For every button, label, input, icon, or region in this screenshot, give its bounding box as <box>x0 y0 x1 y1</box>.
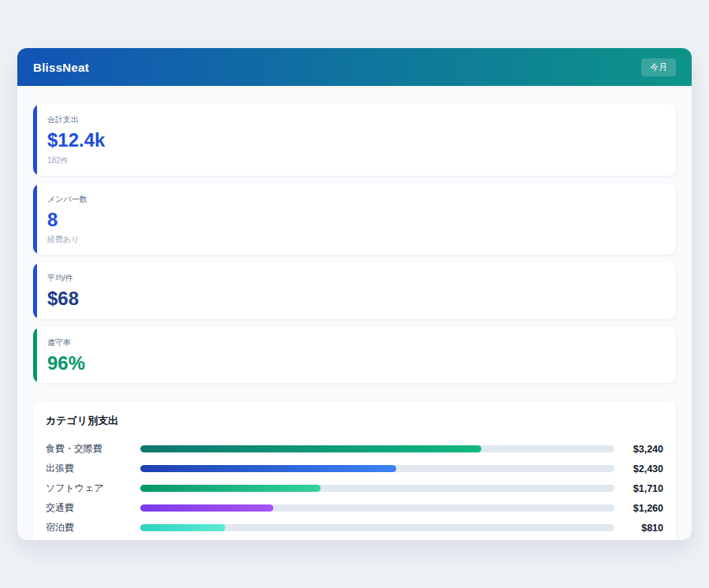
stat-accent-bar <box>33 104 37 176</box>
stat-value: $68 <box>47 288 662 310</box>
category-value: $2,430 <box>614 463 663 474</box>
stat-value: 96% <box>47 352 662 374</box>
stat-value: 8 <box>47 209 662 231</box>
category-row: ソフトウェア $1,710 <box>46 478 663 498</box>
category-value: $810 <box>614 523 663 534</box>
category-spending-card: カテゴリ別支出 食費・交際費 $3,240 出張費 $2,430 ソフトウェア … <box>33 401 676 540</box>
dashboard-card: BlissNeat 今月 合計支出 $12.4k 182件 メンバー数 8 経費… <box>17 48 692 540</box>
stat-label: 平均/件 <box>47 273 662 284</box>
stat-card-total-spend: 合計支出 $12.4k 182件 <box>33 104 676 176</box>
category-value: $3,240 <box>614 444 663 455</box>
category-row: 宿泊費 $810 <box>46 518 663 538</box>
category-bar-fill <box>140 485 321 492</box>
stat-subtext: 経費あり <box>47 234 662 245</box>
category-bar-fill <box>140 504 273 512</box>
stat-value: $12.4k <box>47 129 662 151</box>
category-label: 宿泊費 <box>46 521 140 534</box>
category-bar-fill <box>140 445 481 452</box>
stat-label: 合計支出 <box>47 114 662 125</box>
category-rows: 食費・交際費 $3,240 出張費 $2,430 ソフトウェア $1,710 交… <box>46 439 663 538</box>
app-header: BlissNeat 今月 <box>17 48 692 86</box>
category-row: 食費・交際費 $3,240 <box>46 439 663 459</box>
period-badge[interactable]: 今月 <box>641 58 676 76</box>
category-row: 出張費 $2,430 <box>46 459 663 478</box>
stat-label: メンバー数 <box>47 194 662 205</box>
category-label: ソフトウェア <box>46 482 140 495</box>
category-bar-track <box>140 445 614 452</box>
stat-card-member-count: メンバー数 8 経費あり <box>33 184 676 255</box>
stat-label: 遵守率 <box>47 337 662 348</box>
category-label: 食費・交際費 <box>46 442 140 456</box>
stat-subtext: 182件 <box>47 155 662 166</box>
category-value: $1,710 <box>614 483 663 494</box>
category-label: 出張費 <box>46 462 140 475</box>
category-bar-track <box>140 524 614 531</box>
category-value: $1,260 <box>614 503 663 514</box>
stat-card-average-per-item: 平均/件 $68 <box>33 262 676 319</box>
stat-accent-bar <box>33 327 37 384</box>
category-row: 交通費 $1,260 <box>46 498 663 518</box>
category-bar-track <box>140 465 614 472</box>
category-bar-track <box>140 485 614 492</box>
app-title: BlissNeat <box>33 61 89 74</box>
category-bar-fill <box>140 465 396 472</box>
stat-card-compliance-rate: 遵守率 96% <box>33 327 676 384</box>
category-bar-track <box>140 504 614 512</box>
category-bar-fill <box>140 524 225 531</box>
stat-accent-bar <box>33 184 37 255</box>
category-card-title: カテゴリ別支出 <box>46 414 663 428</box>
category-label: 交通費 <box>46 501 140 515</box>
dashboard-content: 合計支出 $12.4k 182件 メンバー数 8 経費あり 平均/件 $68 遵… <box>17 86 692 540</box>
stat-accent-bar <box>33 262 37 319</box>
